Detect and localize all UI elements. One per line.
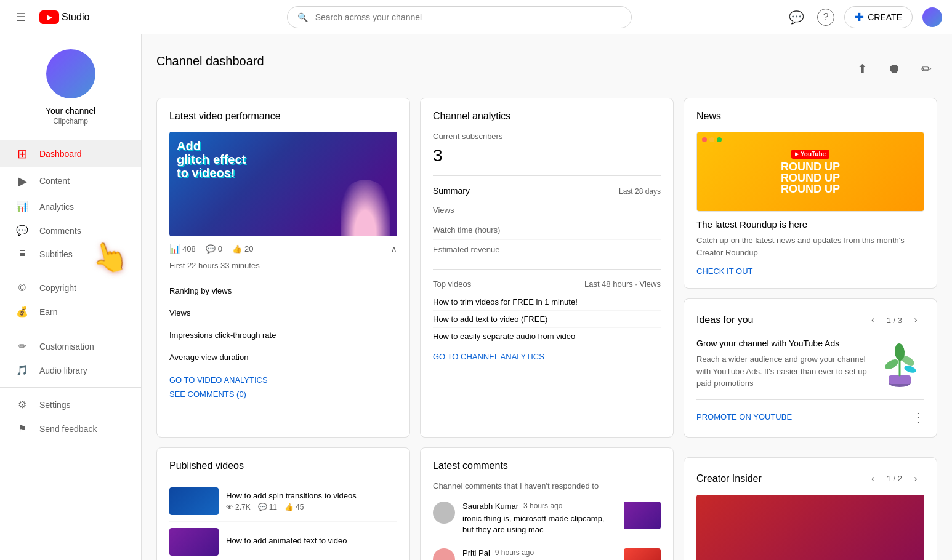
sidebar-item-customisation[interactable]: ✏ Customisation	[0, 334, 141, 358]
analytics-revenue: Estimated revenue	[433, 240, 661, 259]
comment-2: Priti Pal 9 hours ago	[433, 542, 661, 560]
sidebar-label-customisation: Customisation	[39, 342, 94, 351]
youtube-studio-logo: Studio	[39, 10, 89, 24]
yt-badge-text: YouTube	[801, 151, 826, 158]
menu-button[interactable]: ☰	[10, 6, 32, 28]
sidebar-item-dashboard[interactable]: ⊞ Dashboard	[0, 140, 141, 167]
analytics-divider	[433, 175, 661, 176]
ideas-illustration	[875, 338, 924, 388]
roundup-inner: ▶ YouTube ROUND UP ROUND UP ROUND UP	[697, 132, 924, 211]
ideas-header: Ideas for you ‹ 1 / 3 ›	[696, 311, 924, 329]
sidebar-label-comments: Comments	[39, 226, 81, 236]
news-title: News	[696, 111, 924, 122]
ranking-label: Ranking by views	[169, 286, 232, 295]
more-button[interactable]: ⋮	[912, 410, 924, 425]
metric-avg-duration: Average view duration	[169, 346, 397, 368]
sidebar-item-copyright[interactable]: © Copyright	[0, 276, 141, 300]
top-videos-header: Top videos Last 48 hours · Views	[433, 279, 661, 289]
go-live-icon[interactable]: ⏺	[883, 58, 905, 80]
creator-insider-page: 1 / 2	[887, 474, 902, 483]
navbar-center: 🔍	[133, 6, 785, 28]
latest-video-card: Latest video performance Addglitch effec…	[156, 98, 410, 438]
views-icon: 📊	[169, 244, 180, 254]
create-button[interactable]: ✚ CREATE	[844, 6, 913, 28]
messages-button[interactable]: 💬	[785, 6, 807, 28]
avatar[interactable]	[922, 7, 942, 27]
ideas-prev-button[interactable]: ‹	[865, 311, 882, 329]
collapse-button[interactable]: ∧	[391, 244, 397, 254]
thumbnail-overlay: Addglitch effectto videos! How to add gl…	[169, 132, 397, 236]
sidebar-item-content[interactable]: ▶ Content	[0, 167, 141, 194]
subtitles-icon: 🖥	[15, 249, 30, 260]
comment-time-1: 3 hours ago	[523, 502, 562, 510]
create-label: CREATE	[868, 12, 902, 22]
pub-likes-count-1: 45	[296, 503, 304, 511]
pub-title-1: How to add spin transitions to videos	[226, 491, 397, 500]
ideas-next-button[interactable]: ›	[907, 311, 924, 329]
roundup-text-2: ROUND UP	[781, 172, 840, 183]
pub-info-1: How to add spin transitions to videos 👁 …	[226, 491, 397, 511]
channel-name: Your channel	[10, 106, 131, 116]
article-desc: Catch up on the latest news and updates …	[696, 234, 924, 258]
search-bar[interactable]: 🔍	[287, 6, 632, 28]
dashboard-icon: ⊞	[15, 146, 30, 161]
pub-views-1: 👁 2.7K	[226, 503, 251, 511]
sidebar-item-send-feedback[interactable]: ⚑ Send feedback	[0, 417, 141, 441]
sidebar-item-analytics[interactable]: 📊 Analytics	[0, 194, 141, 218]
published-videos-title: Published videos	[169, 460, 397, 471]
comments-stat: 💬 0	[206, 244, 222, 254]
roundup-text-1: ROUND UP	[781, 161, 840, 172]
search-input[interactable]	[315, 12, 621, 22]
pub-views-icon-1: 👁	[226, 503, 233, 511]
commenter-avatar-2	[433, 548, 455, 560]
upload-icon[interactable]: ⬆	[851, 58, 873, 80]
sidebar-item-earn[interactable]: 💰 Earn	[0, 300, 141, 324]
sidebar-label-subtitles: Subtitles	[39, 249, 73, 259]
pub-stats-1: 👁 2.7K 💬 11 👍 45	[226, 503, 397, 511]
check-out-link[interactable]: CHECK IT OUT	[696, 266, 753, 276]
edit-icon[interactable]: ✏	[915, 58, 937, 80]
sidebar-item-comments[interactable]: 💬 Comments	[0, 218, 141, 242]
sidebar-label-feedback: Send feedback	[39, 424, 97, 434]
ideas-page: 1 / 3	[887, 316, 902, 325]
thumbnail-title: Addglitch effectto videos!	[177, 139, 390, 180]
top-videos-title: Top videos	[433, 279, 471, 289]
sidebar-label-analytics: Analytics	[39, 202, 74, 212]
pub-video-1: How to add spin transitions to videos 👁 …	[169, 481, 397, 522]
analytics-watch-time: Watch time (hours)	[433, 220, 661, 240]
article-title: The latest Roundup is here	[696, 219, 924, 230]
analytics-icon: 📊	[15, 201, 30, 212]
latest-video-title: Latest video performance	[169, 111, 397, 122]
likes-icon: 👍	[232, 244, 242, 254]
help-button[interactable]: ?	[817, 9, 834, 26]
promote-link[interactable]: PROMOTE ON YOUTUBE	[696, 412, 792, 422]
analytics-views-label: Views	[433, 206, 454, 215]
comment-thumb-1	[624, 502, 661, 529]
idea-title: Grow your channel with YouTube Ads	[696, 338, 868, 348]
sidebar-label-audio-library: Audio library	[39, 366, 87, 375]
sidebar-label-earn: Earn	[39, 307, 58, 317]
sidebar-item-audio-library[interactable]: 🎵 Audio library	[0, 358, 141, 382]
creator-insider-next[interactable]: ›	[907, 470, 924, 487]
channel-analytics-title: Channel analytics	[433, 111, 661, 122]
subscriber-count: 3	[433, 146, 661, 166]
ideas-title: Ideas for you	[696, 314, 754, 326]
views-count: 408	[182, 244, 196, 254]
top-video-3[interactable]: How to easily separate audio from video	[433, 328, 661, 345]
commenter-meta-2: Priti Pal 9 hours ago	[462, 548, 616, 558]
sidebar-item-subtitles[interactable]: 🖥 Subtitles	[0, 242, 141, 266]
top-video-2[interactable]: How to add text to video (FREE)	[433, 311, 661, 328]
pub-comments-count-1: 11	[269, 503, 277, 511]
creator-insider-prev[interactable]: ‹	[865, 470, 882, 487]
pub-views-count-1: 2.7K	[235, 503, 251, 511]
sidebar-item-settings[interactable]: ⚙ Settings	[0, 393, 141, 417]
ideas-card: Ideas for you ‹ 1 / 3 › Grow your channe…	[684, 298, 937, 438]
views-label: Views	[169, 308, 190, 318]
comment-time-2: 9 hours ago	[495, 548, 534, 557]
see-comments-link[interactable]: SEE COMMENTS (0)	[169, 390, 397, 399]
channel-avatar	[46, 49, 95, 98]
creator-insider-header: Creator Insider ‹ 1 / 2 ›	[696, 470, 924, 487]
top-video-1[interactable]: How to trim videos for FREE in 1 minute!	[433, 294, 661, 311]
go-to-video-analytics-link[interactable]: GO TO VIDEO ANALYTICS	[169, 375, 397, 385]
go-to-channel-analytics-link[interactable]: GO TO CHANNEL ANALYTICS	[433, 352, 661, 361]
